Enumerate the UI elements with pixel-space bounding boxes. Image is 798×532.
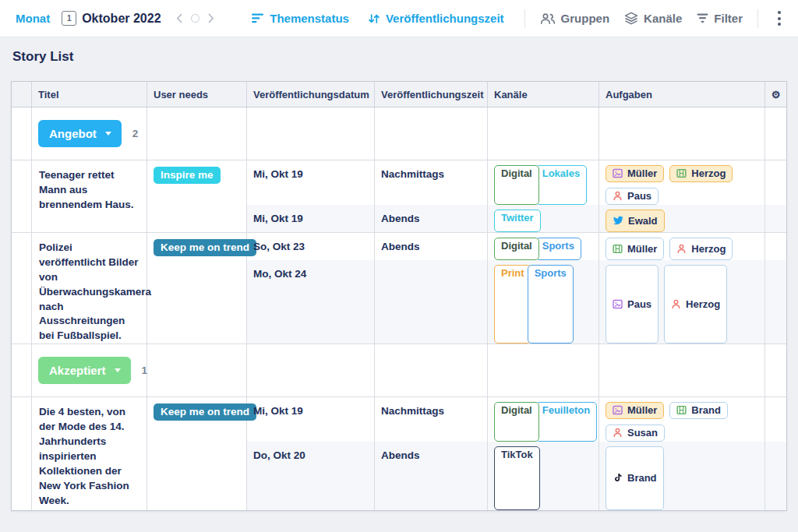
user-need-badge[interactable]: Keep me on trend <box>154 239 256 256</box>
publication-time-cell: Abends <box>375 233 488 260</box>
channel-badge[interactable]: Feuilleton <box>535 402 597 442</box>
task-badge[interactable]: Paus <box>606 265 659 344</box>
user-needs-cell: Keep me on trend <box>147 397 247 510</box>
film-icon <box>613 244 623 254</box>
publication-row: Mi, Okt 19NachmittagsDigitalLokalesMülle… <box>247 160 786 205</box>
story-row: Teenager rettet Mann aus brennendem Haus… <box>12 160 786 233</box>
table-settings-gear-icon[interactable]: ⚙ <box>765 82 786 107</box>
next-month-icon[interactable] <box>208 13 214 23</box>
publication-time-cell <box>375 260 488 344</box>
tasks-cell: MüllerHerzog <box>599 233 765 260</box>
channel-badge[interactable]: TikTok <box>494 446 540 510</box>
task-badge[interactable]: Müller <box>606 165 664 182</box>
task-badge[interactable]: Müller <box>606 402 664 419</box>
tasks-cell: PausHerzog <box>599 260 765 344</box>
channel-badge[interactable]: Digital <box>494 402 539 442</box>
task-assignee-name: Müller <box>627 243 657 255</box>
channel-badge[interactable]: Lokales <box>535 165 587 205</box>
film-icon <box>676 405 687 415</box>
task-badge[interactable]: Herzog <box>669 165 733 182</box>
spacer-cell <box>488 107 599 160</box>
sort-themenstatus-button[interactable]: Themenstatus <box>252 12 349 25</box>
task-assignee-name: Herzog <box>691 167 726 179</box>
date-picker[interactable]: 1 Oktober 2022 <box>62 11 161 26</box>
publication-date-cell: Do, Okt 20 <box>247 442 375 510</box>
gruppen-button[interactable]: Gruppen <box>540 12 610 25</box>
channel-badge[interactable]: Digital <box>494 238 539 260</box>
user-needs-cell: Inspire me <box>147 160 247 232</box>
spacer-cell <box>765 344 786 396</box>
task-assignee-name: Müller <box>627 404 657 416</box>
task-badge[interactable]: Müller <box>606 238 664 260</box>
spacer-cell <box>765 233 786 260</box>
tasks-cell: MüllerHerzogPaus <box>599 160 765 205</box>
task-badge[interactable]: Herzog <box>669 238 733 260</box>
publication-time: Abends <box>381 213 420 224</box>
view-mode-monat[interactable]: Monat <box>16 12 50 25</box>
publication-date: Mi, Okt 19 <box>253 168 303 180</box>
spacer-cell <box>599 107 765 160</box>
task-badge[interactable]: Brand <box>606 446 664 510</box>
spacer-cell <box>375 344 488 396</box>
channels-cell: Twitter <box>488 205 599 232</box>
page-title: Story List <box>12 49 787 65</box>
task-assignee-name: Paus <box>627 298 651 310</box>
filter-icon <box>697 13 708 23</box>
task-badge[interactable]: Herzog <box>664 265 727 344</box>
spacer-cell <box>375 107 488 160</box>
publications-area: Mi, Okt 19NachmittagsDigitalLokalesMülle… <box>247 160 786 232</box>
toolbar-divider <box>757 9 758 28</box>
image-icon <box>613 299 623 309</box>
user-need-badge[interactable]: Inspire me <box>154 167 221 184</box>
publication-date: Do, Okt 20 <box>253 449 305 461</box>
today-icon[interactable] <box>191 14 200 23</box>
column-header: Titel <box>32 82 147 107</box>
prev-month-icon[interactable] <box>176 13 182 23</box>
spacer-cell <box>12 107 32 160</box>
column-header: Kanäle <box>488 82 599 107</box>
twitter-icon <box>613 215 623 226</box>
group-title-cell: Angebot2 <box>32 107 147 160</box>
spacer-cell <box>765 205 786 232</box>
more-options-kebab-icon[interactable] <box>773 9 786 29</box>
tiktok-icon <box>613 473 623 483</box>
toolbar-divider <box>524 9 525 28</box>
publication-date: Mi, Okt 19 <box>253 405 303 417</box>
story-title[interactable]: Teenager rettet Mann aus brennendem Haus… <box>32 160 147 232</box>
sort-veroeffentlichungszeit-button[interactable]: Veröffentlichungszeit <box>368 12 504 25</box>
story-list-table: TitelUser needsVeröffentlichungsdatumVer… <box>11 81 787 511</box>
people-icon <box>540 12 556 25</box>
publication-row: So, Okt 23AbendsDigitalSportsMüllerHerzo… <box>247 233 786 260</box>
story-title[interactable]: Polizei veröffentlicht Bilder von Überwa… <box>32 233 147 344</box>
task-badge[interactable]: Ewald <box>606 210 665 232</box>
group-status-label: Angebot <box>49 127 97 140</box>
channel-badge[interactable]: Print <box>494 265 531 344</box>
channel-badge[interactable]: Digital <box>494 165 539 205</box>
story-title[interactable]: Die 4 besten, von der Mode des 14. Jahrh… <box>32 397 147 510</box>
channel-badge[interactable]: Sports <box>528 265 574 344</box>
channels-cell: TikTok <box>488 442 599 510</box>
chevron-down-icon <box>105 132 111 136</box>
group-count: 2 <box>132 128 139 139</box>
group-status-button[interactable]: Angebot <box>38 120 122 147</box>
task-badge[interactable]: Susan <box>606 425 665 442</box>
toolbar: Monat 1 Oktober 2022 Themenstatus Veröff… <box>0 0 798 37</box>
kanaele-button[interactable]: Kanäle <box>624 12 682 25</box>
film-icon <box>676 168 687 178</box>
task-assignee-name: Paus <box>627 190 651 202</box>
spacer-cell <box>247 344 375 396</box>
task-badge[interactable]: Paus <box>606 188 659 205</box>
filter-button[interactable]: Filter <box>697 12 743 25</box>
publications-area: Mi, Okt 19NachmittagsDigitalFeuilletonMü… <box>247 397 786 510</box>
task-badge[interactable]: Brand <box>669 402 728 419</box>
publication-time: Nachmittags <box>381 405 444 417</box>
user-need-badge[interactable]: Keep me on trend <box>154 403 256 421</box>
column-header: Veröffentlichungsdatum <box>247 82 375 107</box>
publication-date: Mi, Okt 19 <box>253 213 303 224</box>
channel-badge[interactable]: Twitter <box>494 210 541 232</box>
group-status-button[interactable]: Akzeptiert <box>38 357 131 384</box>
status-sort-icon <box>252 13 264 23</box>
channels-cell: DigitalFeuilleton <box>488 397 599 442</box>
channel-badge[interactable]: Sports <box>535 238 581 260</box>
task-assignee-name: Brand <box>627 472 657 484</box>
